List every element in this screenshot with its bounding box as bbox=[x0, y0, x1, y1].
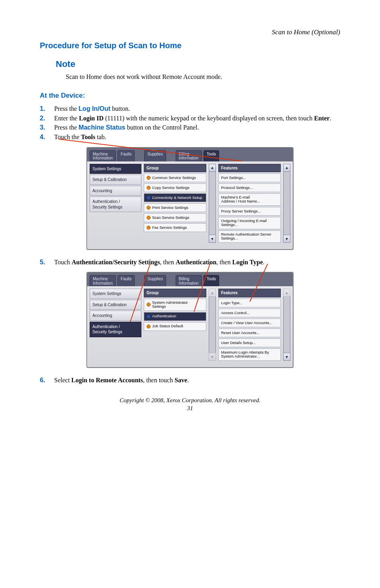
tab-supplies[interactable]: Supplies bbox=[144, 150, 166, 161]
step-3: 3. Press the Machine Status button on th… bbox=[40, 123, 340, 132]
bullet-icon bbox=[147, 324, 151, 328]
group-item[interactable]: System Administrator Settings bbox=[144, 299, 206, 311]
sidebar: System Settings Setup & Calibration Acco… bbox=[90, 164, 141, 243]
group-item[interactable]: Scan Service Settings bbox=[144, 213, 206, 222]
sidebar-item-auth-security[interactable]: Authentication / Security Settings bbox=[90, 322, 141, 337]
group-header: Group bbox=[144, 289, 206, 297]
step-number: 3. bbox=[40, 123, 54, 132]
tab-billing-info[interactable]: Billing Information bbox=[176, 275, 202, 286]
scroll-track bbox=[209, 297, 216, 352]
scroll-track[interactable] bbox=[209, 172, 216, 235]
step-6: 6. Select Login to Remote Accounts, then… bbox=[40, 376, 340, 385]
feature-item[interactable]: Access Control... bbox=[218, 309, 281, 317]
ui-term: Machine Status bbox=[78, 124, 125, 131]
scroll-down-icon[interactable]: ▼ bbox=[283, 353, 290, 361]
group-item[interactable]: Fax Service Settings bbox=[144, 223, 206, 232]
scroll-down-icon: ▼ bbox=[209, 353, 216, 361]
step-text: . bbox=[330, 115, 331, 122]
step-5: 5. Touch Authentication/Security Setting… bbox=[40, 258, 340, 267]
group-item-authentication[interactable]: Authentication bbox=[144, 312, 206, 321]
step-text: button on the Control Panel. bbox=[125, 124, 199, 131]
scrollbar[interactable]: ▲ ▼ bbox=[283, 164, 290, 243]
features-column: Features Port Settings... Protocol Setti… bbox=[218, 164, 281, 243]
bullet-icon bbox=[147, 303, 151, 307]
sidebar-item-system-settings[interactable]: System Settings bbox=[90, 289, 141, 299]
ui-term: Authentication/Security Settings bbox=[72, 259, 160, 265]
note-text: Scan to Home does not work without Remot… bbox=[66, 73, 340, 81]
scroll-track[interactable] bbox=[283, 297, 290, 352]
step-number: 4. bbox=[40, 133, 54, 142]
features-header: Features bbox=[218, 164, 281, 173]
scroll-track[interactable] bbox=[283, 172, 290, 235]
copyright-footer: Copyright © 2008, Xerox Corporation. All… bbox=[40, 396, 340, 404]
group-item[interactable]: Print Service Settings bbox=[144, 203, 206, 212]
feature-item[interactable]: Port Settings... bbox=[218, 173, 281, 182]
bullet-icon bbox=[147, 206, 151, 210]
ui-term: Tools bbox=[81, 134, 95, 140]
feature-item-login-type[interactable]: Login Type... bbox=[218, 299, 281, 307]
sidebar-item-auth-security[interactable]: Authentication / Security Settings bbox=[90, 197, 141, 212]
scroll-up-icon: ▲ bbox=[283, 289, 290, 297]
section-title: Procedure for Setup of Scan to Home bbox=[40, 40, 340, 51]
group-header: Group bbox=[144, 164, 206, 173]
scrollbar[interactable]: ▲ ▼ bbox=[283, 289, 290, 360]
group-column: Group System Administrator Settings Auth… bbox=[144, 289, 206, 360]
feature-item[interactable]: Machine's E-mail Address / Host Name... bbox=[218, 193, 281, 206]
ui-term: Login Type bbox=[232, 259, 263, 265]
feature-item[interactable]: Reset User Accounts... bbox=[218, 328, 281, 337]
tab-supplies[interactable]: Supplies bbox=[144, 275, 166, 286]
group-item[interactable]: Job Status Default bbox=[144, 322, 206, 331]
group-item[interactable]: Common Service Settings bbox=[144, 173, 206, 182]
scrollbar[interactable]: ▲ ▼ bbox=[209, 164, 216, 243]
subsection-heading: At the Device: bbox=[40, 91, 340, 100]
step-number: 5. bbox=[40, 258, 54, 267]
page-number: 31 bbox=[40, 404, 340, 412]
scrollbar[interactable]: ▲ ▼ bbox=[209, 289, 216, 360]
group-item-connectivity[interactable]: Connectivity & Network Setup bbox=[144, 193, 206, 202]
sidebar-item-setup-calibration[interactable]: Setup & Calibration bbox=[90, 300, 141, 310]
feature-item[interactable]: Create / View User Accounts... bbox=[218, 319, 281, 327]
feature-item[interactable]: Remote Authentication Server Settings... bbox=[218, 230, 281, 243]
group-item[interactable]: Copy Service Settings bbox=[144, 183, 206, 192]
bullet-icon bbox=[147, 216, 151, 220]
scroll-down-icon[interactable]: ▼ bbox=[283, 235, 290, 243]
scroll-up-icon[interactable]: ▲ bbox=[209, 164, 216, 172]
bullet-icon bbox=[147, 186, 151, 190]
step-text: Touch bbox=[54, 259, 72, 265]
scroll-up-icon[interactable]: ▲ bbox=[283, 164, 290, 172]
step-text: Press the bbox=[54, 124, 78, 131]
tab-machine-info[interactable]: Machine Information bbox=[90, 150, 116, 161]
sidebar-item-accounting[interactable]: Accounting bbox=[90, 186, 141, 196]
step-text: Touch the bbox=[54, 134, 81, 140]
ui-term: Save bbox=[174, 377, 187, 383]
feature-item[interactable]: Maximum Login Attempts By System Adminis… bbox=[218, 348, 281, 361]
scroll-down-icon[interactable]: ▼ bbox=[209, 235, 216, 243]
tab-bar: Machine Information Faults Supplies Bill… bbox=[87, 273, 293, 286]
step-text: . bbox=[187, 377, 189, 383]
step-text: button. bbox=[110, 105, 130, 112]
feature-item[interactable]: User Details Setup... bbox=[218, 338, 281, 347]
tab-billing-info[interactable]: Billing Information bbox=[176, 150, 202, 161]
tab-faults[interactable]: Faults bbox=[118, 275, 135, 286]
ui-term: Login ID bbox=[79, 115, 104, 122]
sidebar-item-accounting[interactable]: Accounting bbox=[90, 311, 141, 321]
ui-term: Authentication bbox=[176, 259, 216, 265]
feature-item[interactable]: Outgoing / Incoming E-mail Settings... bbox=[218, 217, 281, 229]
tab-tools[interactable]: Tools bbox=[204, 275, 219, 286]
tab-tools[interactable]: Tools bbox=[204, 150, 219, 161]
tab-machine-info[interactable]: Machine Information bbox=[90, 275, 116, 286]
bullet-icon bbox=[147, 196, 151, 200]
step-text: (11111) with the numeric keypad or the k… bbox=[104, 115, 314, 122]
feature-item[interactable]: Protocol Settings... bbox=[218, 183, 281, 192]
step-4: 4. Touch the Tools tab. bbox=[40, 133, 340, 142]
tab-faults[interactable]: Faults bbox=[118, 150, 135, 161]
step-1: 1. Press the Log In/Out button. bbox=[40, 104, 340, 113]
ui-term: Log In/Out bbox=[78, 105, 110, 112]
step-number: 1. bbox=[40, 104, 54, 113]
features-header: Features bbox=[218, 289, 281, 297]
screenshot-2-wrapper: Machine Information Faults Supplies Bill… bbox=[86, 272, 294, 368]
sidebar-item-system-settings[interactable]: System Settings bbox=[90, 164, 141, 174]
sidebar-item-setup-calibration[interactable]: Setup & Calibration bbox=[90, 175, 141, 185]
feature-item[interactable]: Proxy Server Settings... bbox=[218, 207, 281, 216]
step-text: , then touch bbox=[143, 377, 174, 383]
